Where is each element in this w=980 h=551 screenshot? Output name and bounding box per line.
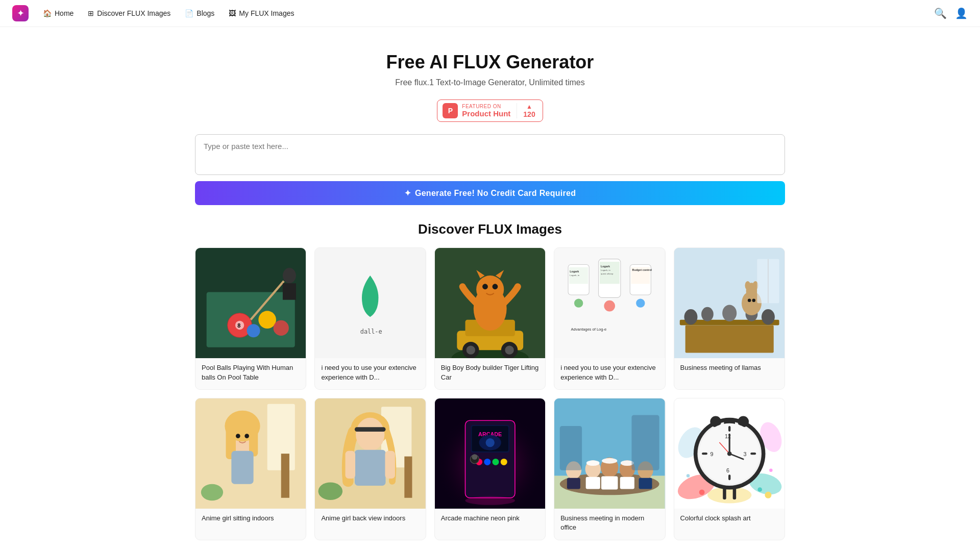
svg-text:Logark, in: Logark, in <box>601 269 611 271</box>
svg-point-94 <box>484 459 491 465</box>
card-logark[interactable]: Logark Logark, in quest whoop Logark Log… <box>554 247 665 390</box>
ph-name: Product Hunt <box>462 109 510 118</box>
card-logark-image: Logark Logark, in quest whoop Logark Log… <box>554 248 665 358</box>
card-anime1[interactable]: Anime girl sitting indoors <box>195 398 306 540</box>
svg-point-59 <box>752 299 755 302</box>
nav-discover-label: Discover FLUX Images <box>97 9 170 17</box>
svg-rect-132 <box>728 474 730 480</box>
svg-text:8: 8 <box>237 322 240 329</box>
svg-point-43 <box>636 299 645 308</box>
svg-rect-117 <box>632 415 659 470</box>
card-anime1-image <box>195 398 306 509</box>
card-llama-image <box>674 248 785 358</box>
svg-point-10 <box>283 268 296 283</box>
discover-title: Discover FLUX Images <box>195 221 785 237</box>
svg-point-70 <box>244 434 249 438</box>
svg-point-8 <box>247 324 260 337</box>
nav-home[interactable]: 🏠 Home <box>43 9 74 17</box>
navigation: ✦ 🏠 Home ⊞ Discover FLUX Images 📄 Blogs … <box>0 0 980 27</box>
home-icon: 🏠 <box>43 9 52 17</box>
card-dalle-image: dall-e <box>315 248 425 358</box>
card-tiger-title: Big Boy Body builder Tiger Lifting Car <box>435 358 545 389</box>
svg-point-53 <box>762 309 775 324</box>
card-pool[interactable]: 8 Pool Balls Playing With Human balls On… <box>195 247 306 390</box>
sparkle-icon: ✦ <box>404 188 411 198</box>
svg-rect-107 <box>586 477 600 489</box>
svg-text:Logark, in: Logark, in <box>570 274 580 277</box>
prompt-section: ✦ Generate Free! No Credit Card Required <box>158 134 822 205</box>
nav-blogs-label: Blogs <box>197 9 214 17</box>
svg-rect-79 <box>355 427 386 432</box>
svg-text:Budget control: Budget control <box>632 268 652 271</box>
svg-text:Logark: Logark <box>570 270 579 273</box>
card-llama[interactable]: Business meeting of llamas <box>674 247 785 390</box>
svg-point-69 <box>236 434 240 438</box>
svg-text:3: 3 <box>743 450 746 457</box>
discover-section: Discover FLUX Images 8 <box>158 221 822 540</box>
svg-point-58 <box>747 299 750 302</box>
svg-rect-144 <box>732 486 736 499</box>
svg-text:Advantages of Log-e: Advantages of Log-e <box>571 327 607 332</box>
card-clock-image: 12 3 6 9 <box>674 398 785 509</box>
card-anime2-title: Anime girl back view indoors <box>315 509 425 530</box>
svg-text:9: 9 <box>710 450 713 457</box>
svg-rect-81 <box>346 451 355 479</box>
ph-number: 120 <box>523 110 535 118</box>
svg-point-83 <box>318 482 343 500</box>
svg-point-149 <box>765 492 771 498</box>
svg-text:dall-e: dall-e <box>360 328 382 335</box>
card-pool-image: 8 <box>195 248 306 358</box>
nav-blogs[interactable]: 📄 Blogs <box>185 9 214 17</box>
svg-point-42 <box>604 300 616 312</box>
svg-rect-105 <box>567 478 580 489</box>
svg-rect-48 <box>685 325 773 353</box>
card-arcade-title: Arcade machine neon pink <box>435 509 545 530</box>
svg-rect-143 <box>723 486 726 499</box>
ph-logo: P <box>443 103 458 118</box>
svg-point-23 <box>476 276 504 303</box>
images-icon: 🖼 <box>229 9 236 17</box>
nav-my-images-label: My FLUX Images <box>239 9 294 17</box>
svg-rect-133 <box>702 453 707 455</box>
card-arcade[interactable]: ARCADE Arcade machine neon pink <box>434 398 546 540</box>
svg-point-115 <box>602 458 617 464</box>
svg-point-96 <box>501 459 507 465</box>
svg-rect-111 <box>620 477 634 489</box>
card-tiger[interactable]: Big Boy Body builder Tiger Lifting Car <box>434 247 546 390</box>
svg-point-50 <box>701 307 714 321</box>
svg-point-49 <box>684 309 697 324</box>
card-meeting[interactable]: Business meeting in modern office <box>554 398 665 540</box>
card-dalle[interactable]: dall-e i need you to use your extencive … <box>314 247 426 390</box>
prompt-input[interactable] <box>195 134 785 175</box>
svg-rect-109 <box>601 476 618 489</box>
card-clock-title: Colorful clock splash art <box>674 509 785 530</box>
svg-rect-84 <box>405 456 412 497</box>
svg-point-27 <box>492 284 498 289</box>
ph-vote-count: ▲ 120 <box>517 103 535 118</box>
card-clock[interactable]: 12 3 6 9 <box>674 398 785 540</box>
svg-point-114 <box>586 460 600 466</box>
nav-discover[interactable]: ⊞ Discover FLUX Images <box>88 9 170 17</box>
page-title: Free AI FLUX Generator <box>8 52 972 73</box>
app-logo[interactable]: ✦ <box>12 5 29 21</box>
user-icon[interactable]: 👤 <box>955 7 968 19</box>
generate-button-label: Generate Free! No Credit Card Required <box>415 189 576 198</box>
svg-text:6: 6 <box>726 467 729 473</box>
svg-rect-80 <box>355 449 386 485</box>
svg-rect-71 <box>231 451 253 484</box>
image-search-icon[interactable]: 🔍 <box>934 7 947 19</box>
svg-point-95 <box>492 459 499 465</box>
generate-button[interactable]: ✦ Generate Free! No Credit Card Required <box>195 181 785 205</box>
card-pool-title: Pool Balls Playing With Human balls On P… <box>195 358 306 389</box>
svg-point-6 <box>258 311 276 329</box>
svg-point-72 <box>201 484 223 500</box>
card-anime2[interactable]: Anime girl back view indoors <box>314 398 426 540</box>
grid-icon: ⊞ <box>88 9 94 17</box>
ph-arrow-icon: ▲ <box>526 103 532 110</box>
nav-my-images[interactable]: 🖼 My FLUX Images <box>229 9 294 17</box>
product-hunt-badge[interactable]: P FEATURED ON Product Hunt ▲ 120 <box>437 99 543 122</box>
svg-rect-11 <box>283 283 296 299</box>
card-llama-title: Business meeting of llamas <box>674 358 785 380</box>
svg-point-56 <box>745 281 750 290</box>
svg-point-147 <box>686 474 689 477</box>
